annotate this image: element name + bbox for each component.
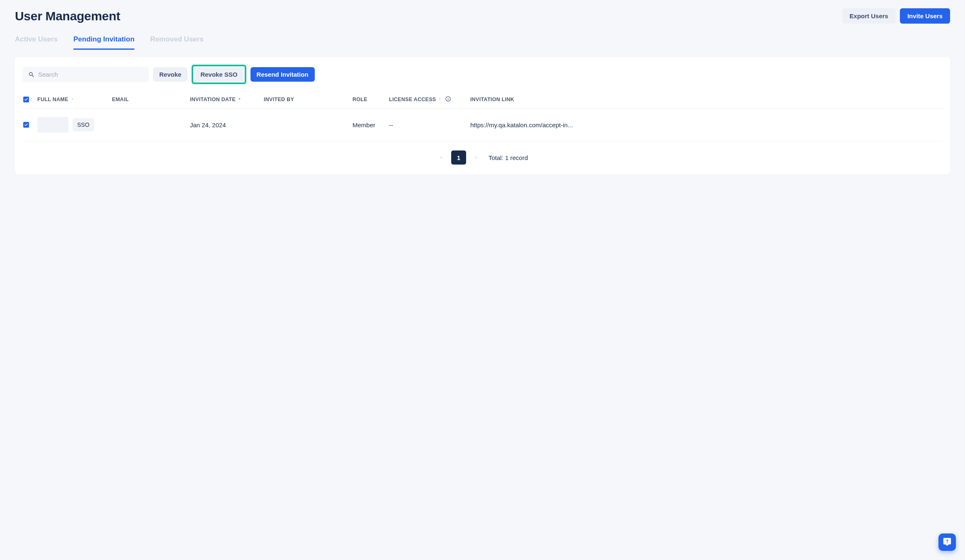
pagination: 1 Total: 1 record — [22, 150, 943, 165]
sort-asc-icon — [70, 97, 75, 102]
tab-active-users[interactable]: Active Users — [15, 35, 58, 50]
tabs: Active Users Pending Invitation Removed … — [15, 35, 950, 50]
page-number-current[interactable]: 1 — [451, 150, 466, 165]
col-license-access[interactable]: LICENSE ACCESS — [389, 96, 470, 103]
redacted-name — [37, 117, 68, 133]
info-icon[interactable] — [444, 96, 451, 103]
col-license-access-label: LICENSE ACCESS — [389, 97, 436, 102]
row-checkbox[interactable] — [23, 122, 29, 128]
search-input[interactable] — [22, 67, 149, 82]
col-email[interactable]: EMAIL — [112, 97, 190, 102]
select-all-checkbox[interactable] — [23, 97, 29, 102]
col-invited-by[interactable]: INVITED BY — [264, 97, 352, 102]
col-full-name[interactable]: FULL NAME — [37, 97, 112, 102]
sso-badge: SSO — [73, 118, 94, 131]
revoke-button[interactable]: Revoke — [153, 67, 187, 82]
export-users-button[interactable]: Export Users — [842, 8, 896, 24]
table-row: SSO Jan 24, 2024 Member -- https://my.qa… — [22, 109, 943, 141]
page-prev-button[interactable] — [437, 153, 445, 162]
row-invitation-link[interactable]: https://my.qa.katalon.com/accept-in... — [470, 121, 573, 128]
tab-pending-invitation[interactable]: Pending Invitation — [73, 35, 134, 50]
invite-users-button[interactable]: Invite Users — [900, 8, 950, 24]
sort-asc-icon — [438, 97, 442, 102]
svg-rect-1 — [448, 99, 448, 100]
page-title: User Management — [15, 9, 120, 23]
pagination-total: Total: 1 record — [489, 154, 528, 161]
svg-rect-2 — [448, 97, 448, 98]
col-full-name-label: FULL NAME — [37, 97, 68, 102]
resend-invitation-button[interactable]: Resend Invitation — [250, 67, 315, 82]
col-invitation-date-label: INVITATION DATE — [190, 97, 236, 102]
tab-removed-users[interactable]: Removed Users — [150, 35, 204, 50]
content-card: Revoke Revoke SSO Resend Invitation FULL… — [15, 57, 950, 175]
sort-desc-icon — [237, 97, 242, 102]
col-invitation-date[interactable]: INVITATION DATE — [190, 97, 264, 102]
row-invitation-date: Jan 24, 2024 — [190, 121, 264, 128]
row-license-access: -- — [389, 121, 470, 128]
table-header: FULL NAME EMAIL INVITATION DATE INVITED … — [22, 92, 943, 109]
row-role: Member — [352, 121, 389, 128]
col-invitation-link[interactable]: INVITATION LINK — [470, 97, 943, 102]
revoke-sso-button[interactable]: Revoke SSO — [194, 67, 243, 82]
highlight-revoke-sso: Revoke SSO — [192, 65, 246, 84]
page-next-button[interactable] — [472, 153, 480, 162]
col-role[interactable]: ROLE — [352, 97, 389, 102]
